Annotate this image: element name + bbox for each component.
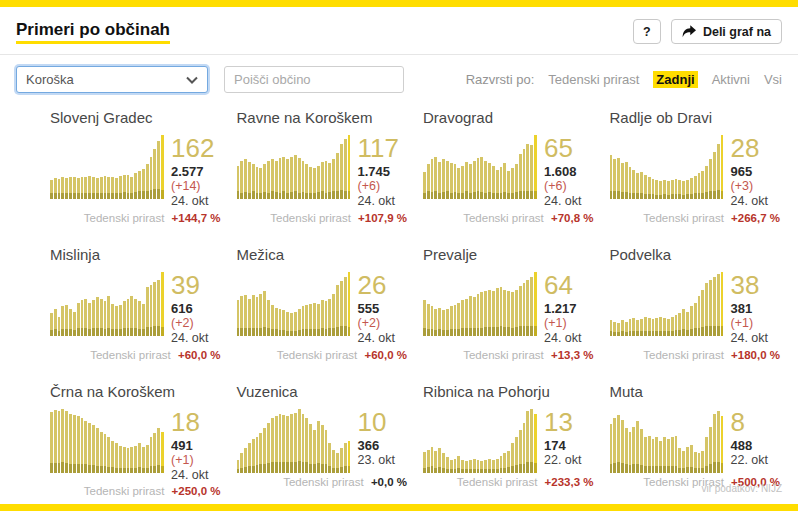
municipality-tile: Slovenj Gradec 162 2.577 (+14) 24. okt T… bbox=[50, 109, 223, 224]
delta-count: (+3) bbox=[731, 179, 769, 194]
delta-count: (+2) bbox=[171, 316, 209, 331]
municipality-tile: Prevalje 64 1.217 (+1) 24. okt Tedenski … bbox=[423, 246, 596, 361]
sort-option-vsi[interactable]: Vsi bbox=[764, 72, 782, 87]
mini-bar-chart[interactable] bbox=[237, 135, 351, 199]
municipality-name: Prevalje bbox=[423, 246, 596, 263]
region-select[interactable]: Koroška bbox=[16, 66, 208, 93]
weekly-growth-value: +144,7 % bbox=[172, 212, 221, 224]
latest-count: 10 bbox=[358, 409, 396, 435]
latest-count: 28 bbox=[731, 135, 769, 161]
mini-bar-chart[interactable] bbox=[610, 409, 724, 473]
search-input[interactable] bbox=[224, 66, 404, 93]
bottom-accent-stripe bbox=[0, 504, 798, 511]
municipality-tile: Vuzenica 10 366 23. okt Tedenski prirast… bbox=[237, 383, 410, 498]
total-count: 491 bbox=[171, 438, 209, 453]
header: Primeri po občinah ? Deli graf na bbox=[0, 7, 798, 54]
mini-bar-chart[interactable] bbox=[423, 272, 537, 336]
municipality-tile: Dravograd 65 1.608 (+6) 24. okt Tedenski… bbox=[423, 109, 596, 224]
municipality-name: Radlje ob Dravi bbox=[610, 109, 783, 126]
municipality-name: Mežica bbox=[237, 246, 410, 263]
sort-option-tedenski-prirast[interactable]: Tedenski prirast bbox=[548, 72, 639, 87]
delta-count: (+6) bbox=[544, 179, 582, 194]
chevron-down-icon bbox=[186, 76, 198, 84]
share-button-label: Deli graf na bbox=[703, 25, 771, 39]
municipality-tile: Podvelka 38 381 (+1) 24. okt Tedenski pr… bbox=[610, 246, 783, 361]
latest-count: 65 bbox=[544, 135, 582, 161]
weekly-growth-label: Tedenski prirast bbox=[463, 349, 544, 361]
total-count: 366 bbox=[358, 438, 396, 453]
weekly-growth-label: Tedenski prirast bbox=[643, 349, 724, 361]
share-button[interactable]: Deli graf na bbox=[671, 19, 782, 44]
latest-date: 24. okt bbox=[171, 194, 214, 209]
latest-date: 24. okt bbox=[731, 194, 769, 209]
municipality-tile: Črna na Koroškem 18 491 (+1) 24. okt Ted… bbox=[50, 383, 223, 498]
weekly-growth-value: +70,8 % bbox=[551, 212, 594, 224]
weekly-growth-label: Tedenski prirast bbox=[463, 212, 544, 224]
weekly-growth-value: +60,0 % bbox=[364, 349, 407, 361]
municipality-name: Slovenj Gradec bbox=[50, 109, 223, 126]
region-select-value: Koroška bbox=[26, 72, 74, 87]
latest-date: 24. okt bbox=[358, 194, 399, 209]
latest-count: 117 bbox=[358, 135, 399, 161]
delta-count: (+14) bbox=[171, 179, 214, 194]
weekly-growth-label: Tedenski prirast bbox=[457, 476, 538, 488]
total-count: 2.577 bbox=[171, 164, 214, 179]
weekly-growth-label: Tedenski prirast bbox=[84, 212, 165, 224]
mini-bar-chart[interactable] bbox=[50, 135, 164, 199]
mini-bar-chart[interactable] bbox=[50, 409, 164, 473]
latest-date: 24. okt bbox=[544, 331, 582, 346]
latest-count: 39 bbox=[171, 272, 209, 298]
total-count: 1.217 bbox=[544, 301, 582, 316]
question-mark-icon: ? bbox=[643, 25, 651, 39]
weekly-growth-value: +13,3 % bbox=[551, 349, 594, 361]
sort-option-zadnji[interactable]: Zadnji bbox=[653, 71, 697, 88]
share-arrow-icon bbox=[682, 25, 696, 38]
municipality-name: Črna na Koroškem bbox=[50, 383, 223, 400]
total-count: 488 bbox=[731, 438, 769, 453]
latest-date: 22. okt bbox=[544, 453, 582, 468]
latest-count: 13 bbox=[544, 409, 582, 435]
page-title: Primeri po občinah bbox=[16, 20, 170, 44]
total-count: 555 bbox=[358, 301, 396, 316]
total-count: 1.745 bbox=[358, 164, 399, 179]
mini-bar-chart[interactable] bbox=[50, 272, 164, 336]
municipality-name: Podvelka bbox=[610, 246, 783, 263]
total-count: 965 bbox=[731, 164, 769, 179]
municipality-tile: Ravne na Koroškem 117 1.745 (+6) 24. okt… bbox=[237, 109, 410, 224]
total-count: 381 bbox=[731, 301, 769, 316]
latest-date: 22. okt bbox=[731, 453, 769, 468]
mini-bar-chart[interactable] bbox=[423, 409, 537, 473]
weekly-growth-label: Tedenski prirast bbox=[90, 349, 171, 361]
municipality-tile: Ribnica na Pohorju 13 174 22. okt Tedens… bbox=[423, 383, 596, 498]
latest-date: 24. okt bbox=[358, 331, 396, 346]
mini-bar-chart[interactable] bbox=[237, 409, 351, 473]
mini-bar-chart[interactable] bbox=[610, 135, 724, 199]
weekly-growth-value: +107,9 % bbox=[358, 212, 407, 224]
total-count: 174 bbox=[544, 438, 582, 453]
latest-count: 64 bbox=[544, 272, 582, 298]
latest-date: 24. okt bbox=[731, 331, 769, 346]
weekly-growth-label: Tedenski prirast bbox=[84, 485, 165, 497]
municipality-tile: Mislinja 39 616 (+2) 24. okt Tedenski pr… bbox=[50, 246, 223, 361]
weekly-growth-label: Tedenski prirast bbox=[643, 212, 724, 224]
latest-count: 8 bbox=[731, 409, 769, 435]
municipality-tile: Radlje ob Dravi 28 965 (+3) 24. okt Tede… bbox=[610, 109, 783, 224]
municipality-tile: Mežica 26 555 (+2) 24. okt Tedenski prir… bbox=[237, 246, 410, 361]
weekly-growth-label: Tedenski prirast bbox=[270, 212, 351, 224]
municipality-tile: Muta 8 488 22. okt Tedenski prirast +500… bbox=[610, 383, 783, 498]
weekly-growth-value: +250,0 % bbox=[172, 485, 221, 497]
weekly-growth-label: Tedenski prirast bbox=[283, 476, 364, 488]
sort-option-aktivni[interactable]: Aktivni bbox=[712, 72, 750, 87]
mini-bar-chart[interactable] bbox=[237, 272, 351, 336]
sort-caption: Razvrsti po: bbox=[466, 72, 535, 87]
latest-date: 24. okt bbox=[544, 194, 582, 209]
delta-count: (+2) bbox=[358, 316, 396, 331]
help-button[interactable]: ? bbox=[633, 19, 661, 44]
total-count: 1.608 bbox=[544, 164, 582, 179]
mini-bar-chart[interactable] bbox=[610, 272, 724, 336]
latest-date: 24. okt bbox=[171, 468, 209, 483]
weekly-growth-value: +60,0 % bbox=[178, 349, 221, 361]
mini-bar-chart[interactable] bbox=[423, 135, 537, 199]
latest-date: 23. okt bbox=[358, 453, 396, 468]
delta-count: (+1) bbox=[544, 316, 582, 331]
